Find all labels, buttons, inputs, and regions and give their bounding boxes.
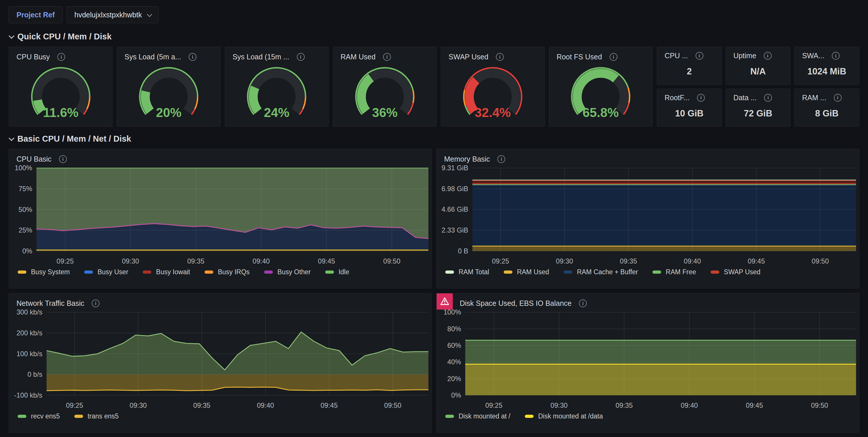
y-tick-label: 9.31 GiB (441, 165, 468, 172)
x-tick-label: 09:30 (130, 402, 147, 409)
legend-item[interactable]: Busy Other (264, 268, 311, 276)
gauge-panel-ram-used: RAM Usedi36% (333, 47, 437, 126)
info-icon[interactable]: i (834, 94, 842, 101)
x-tick-label: 09:25 (66, 402, 83, 409)
legend-label: RAM Free (666, 268, 696, 276)
legend-item[interactable]: Busy System (18, 268, 70, 276)
info-icon[interactable]: i (189, 53, 196, 61)
panel-cpu-basic: CPU Basic i 0%25%50%75%100%09:2509:3009:… (9, 149, 432, 288)
legend-color-chip (564, 270, 572, 274)
info-icon[interactable]: i (59, 155, 67, 163)
legend-item[interactable]: SWAP Used (711, 268, 761, 276)
legend-item[interactable]: Busy User (84, 268, 128, 276)
legend-color-chip (18, 270, 26, 274)
info-icon[interactable]: i (610, 53, 617, 61)
info-icon[interactable]: i (764, 52, 772, 60)
panel-title: Disk Space Used, EBS IO Balance (460, 299, 571, 308)
legend-item[interactable]: RAM Total (445, 268, 489, 276)
panel-title: Network Traffic Basic (17, 299, 84, 308)
legend-color-chip (445, 415, 454, 418)
legend-item[interactable]: RAM Used (504, 268, 549, 276)
legend-label: RAM Total (459, 268, 489, 276)
swap-total-value: 1024 MiB (795, 62, 859, 85)
panel-header: Disk Space Used, EBS IO Balance i (437, 293, 859, 309)
sys-load-15m-value: 24% (264, 106, 289, 120)
panel-title: Memory Basic (444, 155, 490, 163)
info-icon[interactable]: i (697, 94, 705, 101)
stat-panel-rootfs-total: RootF...i10 GiB (657, 89, 722, 127)
info-icon[interactable]: i (832, 52, 840, 60)
y-tick-label: 60% (447, 342, 461, 349)
legend-item[interactable]: trans ens5 (74, 412, 119, 420)
legend-item[interactable]: RAM Free (652, 268, 696, 276)
section-quick-cpu-mem-disk[interactable]: Quick CPU / Mem / Disk (9, 32, 859, 41)
section-basic-cpu-mem-net-disk[interactable]: Basic CPU / Mem / Net / Disk (9, 134, 859, 144)
y-tick-label: 4.66 GiB (441, 206, 468, 213)
y-tick-label: -100 kb/s (14, 391, 42, 399)
y-tick-label: 50% (19, 206, 32, 213)
legend-label: RAM Cache + Buffer (577, 268, 638, 276)
legend-label: Disk mounted at /data (538, 412, 603, 420)
gauge-panel-sys-load-5m: Sys Load (5m a...i20% (117, 47, 220, 126)
warning-triangle-icon (440, 296, 450, 307)
legend-item[interactable]: recv ens5 (18, 412, 60, 420)
legend-color-chip (264, 270, 273, 274)
alert-icon[interactable] (436, 293, 453, 310)
info-icon[interactable]: i (297, 53, 305, 61)
y-tick-label: 200 kb/s (17, 329, 42, 337)
gauge-panel-swap-used: SWAP Usedi32.4% (441, 47, 545, 126)
y-tick-label: 100% (443, 309, 461, 316)
y-tick-label: 25% (19, 227, 32, 234)
swap-used-gauge: 32.4% (456, 66, 529, 122)
gauge: 20% (117, 63, 220, 126)
y-tick-label: 100 kb/s (17, 350, 42, 358)
panel-memory-basic: Memory Basic i 0 B2.33 GiB4.66 GiB6.98 G… (436, 149, 859, 288)
memory-basic-chart: 0 B2.33 GiB4.66 GiB6.98 GiB9.31 GiB09:25… (437, 165, 859, 268)
x-tick-label: 09:45 (320, 402, 338, 409)
panel-title: Sys Load (5m a... (124, 53, 181, 61)
info-icon[interactable]: i (383, 53, 391, 61)
sys-load-5m-value: 20% (156, 106, 181, 120)
x-tick-label: 09:50 (811, 402, 828, 409)
x-tick-label: 09:50 (384, 402, 401, 409)
gauge-stat-row: CPU Busyi11.6%Sys Load (5m a...i20%Sys L… (9, 47, 859, 126)
cpu-basic-legend: Busy SystemBusy UserBusy IowaitBusy IRQs… (9, 268, 431, 280)
legend-label: Busy IRQs (218, 268, 250, 276)
x-tick-label: 09:40 (684, 258, 701, 265)
info-icon[interactable]: i (579, 299, 587, 307)
gauge-panel-cpu-busy: CPU Busyi11.6% (9, 47, 113, 126)
panel-header: Root FS Usedi (549, 47, 652, 63)
legend-item[interactable]: RAM Cache + Buffer (564, 268, 638, 276)
panel-header: RAM Usedi (333, 47, 436, 63)
y-tick-label: 40% (447, 358, 461, 366)
info-icon[interactable]: i (695, 52, 703, 60)
info-icon[interactable]: i (92, 299, 99, 307)
panel-header: Network Traffic Basic i (9, 293, 431, 309)
legend-item[interactable]: Busy Iowait (143, 268, 190, 276)
y-tick-label: 6.98 GiB (441, 185, 468, 193)
legend-label: Disk mounted at / (459, 412, 510, 420)
legend-item[interactable]: Idle (325, 268, 349, 276)
x-tick-label: 09:45 (748, 258, 765, 265)
info-icon[interactable]: i (496, 53, 504, 61)
gauge: 65.8% (549, 63, 652, 126)
info-icon[interactable]: i (497, 155, 505, 163)
legend-label: Busy Other (277, 268, 311, 276)
legend-label: trans ens5 (88, 412, 119, 420)
gauge-panel-sys-load-15m: Sys Load (15m ...i24% (225, 47, 329, 126)
legend-item[interactable]: Busy IRQs (205, 268, 250, 276)
y-tick-label: 20% (447, 375, 461, 383)
legend-color-chip (652, 270, 661, 274)
x-tick-label: 09:30 (122, 258, 139, 265)
ram-used-value: 36% (372, 106, 398, 120)
project-ref-dropdown[interactable]: hvdelujxlxstpxkhwbtk (66, 6, 159, 23)
y-tick-label: 0% (451, 391, 461, 399)
info-icon[interactable]: i (57, 53, 65, 61)
legend-item[interactable]: Disk mounted at /data (525, 412, 603, 420)
stat-grid: CPU ...i2UptimeiN/ASWA...i1024 MiBRootF.… (657, 47, 859, 126)
panel-header: CPU Basic i (9, 149, 431, 165)
y-tick-label: 80% (447, 325, 461, 333)
info-icon[interactable]: i (764, 94, 772, 101)
x-tick-label: 09:50 (812, 258, 829, 265)
legend-item[interactable]: Disk mounted at / (445, 412, 510, 420)
